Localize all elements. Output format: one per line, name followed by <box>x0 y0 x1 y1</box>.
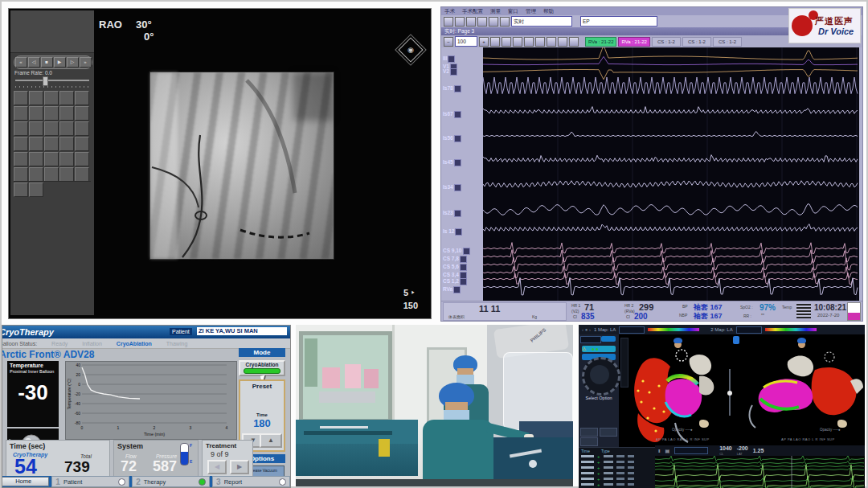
pause-icon[interactable]: ‖ <box>658 449 660 453</box>
ep-channel-label-rva[interactable]: RVa <box>443 286 452 292</box>
step-back-button[interactable]: ◁ <box>28 57 40 68</box>
ep-channel-label-is34[interactable]: Is34 <box>443 184 453 190</box>
signal-select[interactable] <box>674 447 708 454</box>
rewind-button[interactable]: « <box>15 57 27 68</box>
opacity-right[interactable]: Opacity ──● <box>820 428 841 432</box>
cs-interval-1[interactable]: CS : 1-2 <box>652 37 681 47</box>
print-icon[interactable] <box>466 17 476 27</box>
monitor-icon[interactable] <box>489 17 498 27</box>
sidebar-action-button[interactable] <box>601 336 616 342</box>
fluoro-tool-icon[interactable] <box>75 121 89 136</box>
caliper-v-icon[interactable] <box>513 37 522 47</box>
ep-channel-label-cs34[interactable]: CS 3,4 <box>443 272 459 277</box>
fluoro-tool-icon[interactable] <box>14 182 28 197</box>
fluoro-tool-icon[interactable] <box>59 121 74 136</box>
sidebar-search-box[interactable] <box>580 336 601 343</box>
cs-interval-2[interactable]: CS : 1-2 <box>682 37 711 47</box>
mini-heart-left[interactable] <box>699 420 709 428</box>
frame-rate-slider-track[interactable] <box>15 80 89 81</box>
points-table-row[interactable]: + <box>579 482 655 487</box>
fluoro-tool-icon[interactable] <box>59 137 74 151</box>
frame-rate-slider-thumb[interactable] <box>43 76 48 86</box>
fluoro-tool-icon[interactable] <box>44 137 59 151</box>
menu-manage[interactable]: 管理 <box>526 8 536 15</box>
fluoro-tool-icon[interactable] <box>59 152 74 166</box>
fluoro-tool-icon[interactable] <box>44 106 59 121</box>
fluoro-tool-icon[interactable] <box>14 152 28 166</box>
menu-config[interactable]: 手术配置 <box>462 8 483 15</box>
menu-window[interactable]: 窗口 <box>508 8 518 15</box>
fluoro-tool-icon[interactable] <box>14 167 28 182</box>
ep-channel-label-v2[interactable]: V2 <box>443 68 449 74</box>
caliper-h-icon[interactable] <box>502 37 511 47</box>
ep-channel-label-cs78[interactable]: CS 7,8 <box>443 256 459 261</box>
menu-help[interactable]: 帮助 <box>543 8 554 15</box>
fluoro-tool-icon[interactable] <box>14 121 28 136</box>
fluoro-tool-icon[interactable] <box>29 91 43 105</box>
play-button[interactable]: ▶ <box>54 57 66 68</box>
ep-channel-label-is67[interactable]: Is67 <box>443 111 453 117</box>
step-forward-button[interactable]: ▷ <box>67 57 79 68</box>
tools-icon[interactable] <box>490 37 500 47</box>
fluoro-tool-icon[interactable] <box>44 167 59 182</box>
fluoro-tool-icon[interactable] <box>44 121 59 136</box>
points-table-row[interactable]: + <box>579 465 655 470</box>
sidebar-button-1[interactable] <box>582 346 616 352</box>
rva-interval-magenta[interactable]: RVa : 21-22 <box>618 37 649 47</box>
fluoro-tool-icon[interactable] <box>14 137 28 151</box>
treatment-prev-button[interactable]: ◀ <box>207 460 227 474</box>
fluoro-tool-icon[interactable] <box>44 91 59 105</box>
orientation-head-left[interactable] <box>674 338 682 348</box>
add-point-icon[interactable]: + <box>597 482 600 487</box>
fluoro-tool-icon[interactable] <box>29 152 43 166</box>
menu-measure[interactable]: 测量 <box>490 8 501 15</box>
add-point-icon[interactable]: + <box>597 477 600 482</box>
add-point-icon[interactable]: + <box>597 465 600 470</box>
points-table-row[interactable]: + <box>579 476 655 482</box>
points-table-row[interactable]: + <box>579 459 655 465</box>
fluoro-tool-icon[interactable] <box>29 106 43 121</box>
add-point-icon[interactable]: + <box>597 471 600 476</box>
fluoro-tool-icon[interactable] <box>75 106 89 121</box>
map-view-right[interactable] <box>736 334 865 445</box>
ep-channel-label-cs56[interactable]: CS 5,6 <box>443 264 459 269</box>
ep-channel-label-is45[interactable]: Is45 <box>443 159 453 165</box>
stop-button[interactable]: ■ <box>41 57 53 68</box>
fluoro-tool-icon[interactable] <box>75 91 89 105</box>
ep-channel-label-is78[interactable]: Is78 <box>443 85 453 91</box>
protocol-select[interactable]: EP <box>580 16 657 27</box>
stim-icon[interactable] <box>547 37 556 47</box>
rva-interval-green[interactable]: RVa : 21-22 <box>585 37 616 47</box>
fluoro-tool-icon[interactable] <box>75 137 89 151</box>
fluoro-tool-icon[interactable] <box>75 152 89 166</box>
opacity-left[interactable]: Opacity ──● <box>672 428 693 432</box>
grid-icon[interactable]: ▤ <box>665 448 669 453</box>
ep-channel-label-is23[interactable]: Is23 <box>443 210 453 215</box>
zoom-in-icon[interactable]: + <box>479 37 489 47</box>
map1-color-scale[interactable] <box>648 328 699 331</box>
fluoro-tool-icon[interactable] <box>59 91 74 105</box>
mode-select[interactable]: 实时 <box>511 16 572 27</box>
doc-icon[interactable] <box>477 17 487 27</box>
points-table-row[interactable]: + <box>579 453 655 459</box>
sync-views-icon[interactable] <box>733 336 739 344</box>
ep-channel-label-iii[interactable]: III <box>443 55 447 61</box>
sidebar-tool-2[interactable] <box>600 428 617 437</box>
mini-heart-right[interactable] <box>837 420 847 428</box>
patient-name-field[interactable]: ZI KE YA,WU SI MAN <box>197 327 287 335</box>
fluoro-tool-icon[interactable] <box>59 106 74 121</box>
settings-icon[interactable] <box>569 37 579 47</box>
ep-channel-label-is12[interactable]: Is 12 <box>443 228 454 234</box>
fluoro-tool-icon[interactable] <box>29 137 43 151</box>
fluoro-tool-icon[interactable] <box>29 182 43 197</box>
ep-channel-label-is56[interactable]: Is56 <box>443 135 453 141</box>
sweep-icon[interactable] <box>535 37 545 47</box>
add-point-icon[interactable]: + <box>597 454 600 459</box>
eye-reference-icon[interactable]: ◉ <box>398 37 423 62</box>
record-icon[interactable] <box>558 37 567 47</box>
fast-forward-button[interactable]: » <box>80 57 92 68</box>
save-icon[interactable] <box>455 17 465 27</box>
fluoro-tool-icon[interactable] <box>59 167 74 182</box>
marker-icon[interactable] <box>524 37 534 47</box>
add-point-icon[interactable]: + <box>597 460 600 465</box>
